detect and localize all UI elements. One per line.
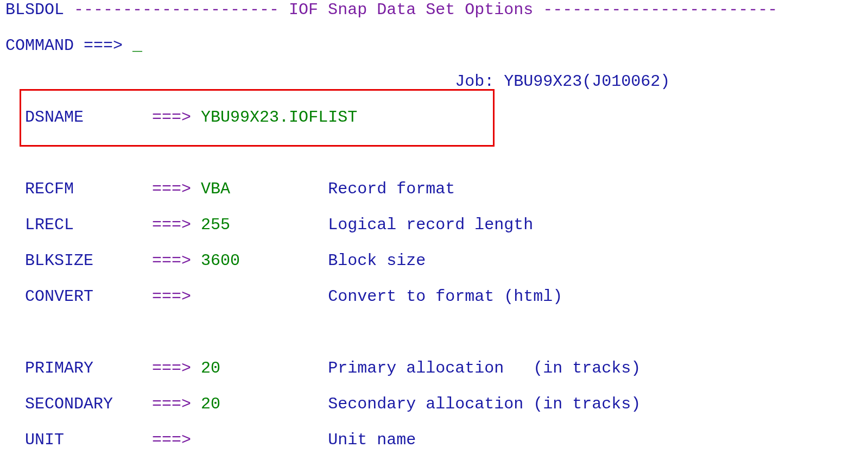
dsname-input[interactable]: YBU99X23.IOFLIST bbox=[201, 108, 357, 127]
command-input[interactable]: _ bbox=[132, 36, 142, 55]
job-line: Job: YBU99X23(J010062) bbox=[5, 73, 863, 91]
arrow-icon: ===> bbox=[152, 287, 191, 306]
arrow-icon: ===> bbox=[152, 431, 191, 449]
job-prefix: Job: bbox=[455, 72, 504, 91]
blksize-desc: Block size bbox=[328, 251, 426, 270]
header-dash-right: ------------------------ bbox=[543, 1, 777, 19]
primary-input[interactable]: 20 bbox=[201, 359, 220, 377]
primary-label: PRIMARY bbox=[25, 359, 142, 377]
convert-label: CONVERT bbox=[25, 287, 142, 306]
arrow-icon: ===> bbox=[152, 359, 191, 377]
arrow-icon: ===> bbox=[152, 180, 191, 198]
arrow-icon: ===> bbox=[152, 108, 191, 127]
convert-desc: Convert to format (html) bbox=[328, 287, 562, 306]
job-value: YBU99X23(J010062) bbox=[504, 72, 670, 91]
lrecl-label: LRECL bbox=[25, 216, 142, 234]
unit-label: UNIT bbox=[25, 431, 142, 449]
panel-header: BLSDOL --------------------- IOF Snap Da… bbox=[5, 1, 863, 19]
primary-desc: Primary allocation (in tracks) bbox=[328, 359, 641, 377]
recfm-label: RECFM bbox=[25, 180, 142, 198]
recfm-desc: Record format bbox=[328, 180, 455, 198]
arrow-icon: ===> bbox=[152, 216, 191, 234]
secondary-input[interactable]: 20 bbox=[201, 395, 220, 413]
panel-id: BLSDOL bbox=[5, 1, 64, 19]
arrow-icon: ===> bbox=[152, 395, 191, 413]
recfm-input[interactable]: VBA bbox=[201, 180, 230, 198]
panel-title: IOF Snap Data Set Options bbox=[279, 1, 543, 19]
lrecl-desc: Logical record length bbox=[328, 216, 533, 234]
lrecl-input[interactable]: 255 bbox=[201, 216, 230, 234]
dsname-label: DSNAME bbox=[25, 108, 142, 127]
secondary-label: SECONDARY bbox=[25, 395, 142, 413]
header-dash-left: --------------------- bbox=[74, 1, 279, 19]
secondary-desc: Secondary allocation (in tracks) bbox=[328, 395, 641, 413]
arrow-icon: ===> bbox=[152, 251, 191, 270]
command-label: COMMAND ===> bbox=[5, 36, 123, 55]
blksize-label: BLKSIZE bbox=[25, 251, 142, 270]
blksize-input[interactable]: 3600 bbox=[201, 251, 240, 270]
unit-desc: Unit name bbox=[328, 431, 416, 449]
